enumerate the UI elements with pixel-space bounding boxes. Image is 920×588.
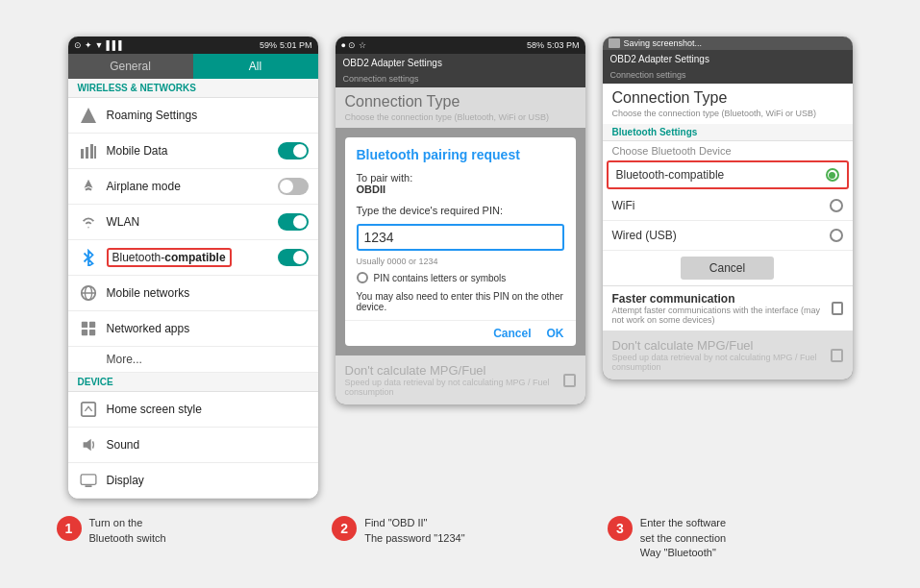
airplane-icon <box>78 176 99 197</box>
airplane-mode-row[interactable]: Airplane mode <box>68 169 318 205</box>
p2-grayed-title: Don't calculate MPG/Fuel <box>345 363 563 378</box>
p2-grayed-area: Don't calculate MPG/Fuel Speed up data r… <box>336 355 585 404</box>
svg-rect-4 <box>94 146 96 159</box>
step-3-circle: 3 <box>608 516 633 541</box>
homescreen-row[interactable]: Home screen style <box>68 392 318 428</box>
tab-general[interactable]: General <box>68 54 193 79</box>
display-row[interactable]: Display <box>68 463 318 499</box>
p3-saving-text: Saving screenshot... <box>624 38 703 48</box>
phone3-frame: Saving screenshot... OBD2 Adapter Settin… <box>603 37 853 380</box>
p2-status-right: 58% 5:03 PM <box>527 40 580 50</box>
p3-grayed-checkbox[interactable] <box>831 349 843 362</box>
pin-option-radio[interactable] <box>357 272 368 283</box>
wifi-icon-small: ▼ <box>95 40 104 50</box>
p3-bt-radio-filled[interactable] <box>826 168 839 182</box>
sound-label: Sound <box>107 438 309 452</box>
more-row[interactable]: More... <box>68 347 318 373</box>
phone2-screen: ● ⊙ ☆ 58% 5:03 PM OBD2 Adapter Settings … <box>336 37 585 404</box>
p3-saving-bar: Saving screenshot... <box>603 37 853 50</box>
phone2-frame: ● ⊙ ☆ 58% 5:03 PM OBD2 Adapter Settings … <box>336 37 585 404</box>
tab-all[interactable]: All <box>193 54 318 79</box>
p2-pin-field[interactable]: 1234 <box>357 224 564 251</box>
svg-marker-13 <box>83 439 90 452</box>
bluetooth-row[interactable]: Bluetooth-compatible <box>68 240 318 276</box>
roaming-settings-row[interactable]: Roaming Settings <box>68 98 318 134</box>
phone1-frame: ⊙ ✦ ▼ ▌▌▌ 59% 5:01 PM General All WIRELE… <box>68 37 318 499</box>
mobile-data-row[interactable]: Mobile Data <box>68 134 318 169</box>
svg-rect-3 <box>90 144 93 159</box>
p2-app-bar: OBD2 Adapter Settings <box>336 54 585 72</box>
p3-bt-option-usb[interactable]: Wired (USB) <box>603 221 853 251</box>
p2-conn-settings: Connection settings <box>336 72 585 87</box>
p3-usb-radio[interactable] <box>830 229 843 242</box>
p3-choose-bt-label: Choose Bluetooth Device <box>603 141 853 159</box>
mobile-networks-label: Mobile networks <box>107 286 309 300</box>
pin-option-label: PIN contains letters or symbols <box>374 273 507 283</box>
networked-apps-label: Networked apps <box>107 322 309 335</box>
p2-icons-left: ● ⊙ ☆ <box>341 40 367 50</box>
phone1-status-bar: ⊙ ✦ ▼ ▌▌▌ 59% 5:01 PM <box>68 37 318 54</box>
p3-bt-option-usb-label: Wired (USB) <box>612 229 677 242</box>
main-container: ⊙ ✦ ▼ ▌▌▌ 59% 5:01 PM General All WIRELE… <box>49 27 872 508</box>
svg-rect-1 <box>81 149 84 159</box>
step-3: 3 Enter the softwareset the connectionWa… <box>598 516 874 560</box>
p2-conn-title: Connection Type <box>336 87 585 112</box>
p2-pin-hint: Usually 0000 or 1234 <box>345 255 576 268</box>
wifi-icon <box>78 211 99 233</box>
step-1-circle: 1 <box>57 516 82 541</box>
phone2-status-bar: ● ⊙ ☆ 58% 5:03 PM <box>336 37 585 54</box>
roaming-icon <box>78 105 99 126</box>
p2-dialog-overlay: Bluetooth pairing request To pair with: … <box>336 128 585 355</box>
svg-rect-2 <box>86 147 88 159</box>
p2-dialog-body: To pair with: OBDII <box>345 168 576 199</box>
step-2: 2 Find "OBD II"The password "1234" <box>322 516 598 560</box>
wlan-toggle[interactable] <box>278 213 309 231</box>
p3-bt-option-bt-label: Bluetooth-compatible <box>616 168 725 182</box>
p2-pin-option-row[interactable]: PIN contains letters or symbols <box>345 268 576 287</box>
p3-radio-inner <box>829 172 835 179</box>
p2-battery: 58% <box>527 40 544 50</box>
p2-grayed-checkbox[interactable] <box>563 374 576 387</box>
p2-cancel-btn[interactable]: Cancel <box>493 327 531 340</box>
p2-ok-btn[interactable]: OK <box>547 327 564 340</box>
p2-dialog-title: Bluetooth pairing request <box>345 137 576 168</box>
step-1: 1 Turn on theBluetooth switch <box>47 516 323 560</box>
time-display: 5:01 PM <box>280 40 312 50</box>
p3-bt-option-wifi-label: WiFi <box>612 199 635 212</box>
wlan-label: WLAN <box>107 215 270 229</box>
p3-grayed-sub: Speed up data retrieval by not calculati… <box>612 353 831 372</box>
sound-row[interactable]: Sound <box>68 428 318 463</box>
svg-marker-0 <box>81 108 96 123</box>
status-right: 59% 5:01 PM <box>260 40 312 50</box>
p2-conn-subtitle: Choose the connection type (Bluetooth, W… <box>336 112 585 128</box>
svg-rect-10 <box>81 330 87 335</box>
network-icon <box>78 282 99 304</box>
bluetooth-toggle[interactable] <box>278 249 309 266</box>
step-2-text: Find "OBD II"The password "1234" <box>364 516 464 546</box>
homescreen-icon <box>78 399 99 420</box>
p3-bt-option-wifi[interactable]: WiFi <box>603 191 853 221</box>
airplane-toggle[interactable] <box>278 178 309 195</box>
p2-pin-instruction: Type the device's required PIN: <box>345 199 576 220</box>
mobile-networks-row[interactable]: Mobile networks <box>68 276 318 311</box>
p2-time: 5:03 PM <box>547 40 580 50</box>
p3-conn-title: Connection Type <box>603 84 853 109</box>
svg-rect-14 <box>81 475 96 485</box>
networked-apps-row[interactable]: Networked apps <box>68 311 318 347</box>
p3-faster-comm: Faster communication Attempt faster comm… <box>603 285 853 331</box>
p2-icon1: ● ⊙ <box>341 40 357 50</box>
p3-bt-settings-label: Bluetooth Settings <box>603 124 853 141</box>
p2-to-pair-label: To pair with: <box>357 172 413 184</box>
mobile-data-label: Mobile Data <box>107 144 270 158</box>
p3-wifi-radio[interactable] <box>830 199 843 212</box>
p3-bt-option-bt[interactable]: Bluetooth-compatible <box>607 160 849 189</box>
step-2-circle: 2 <box>332 516 357 541</box>
svg-rect-9 <box>88 322 94 328</box>
mobile-data-toggle[interactable] <box>278 142 309 159</box>
p3-cancel-btn[interactable]: Cancel <box>681 257 774 280</box>
p3-faster-checkbox[interactable] <box>832 302 842 315</box>
display-label: Display <box>107 474 309 487</box>
wlan-row[interactable]: WLAN <box>68 205 318 240</box>
data-icon <box>78 140 99 161</box>
p2-grayed-sub: Speed up data retrieval by not calculati… <box>345 378 563 397</box>
